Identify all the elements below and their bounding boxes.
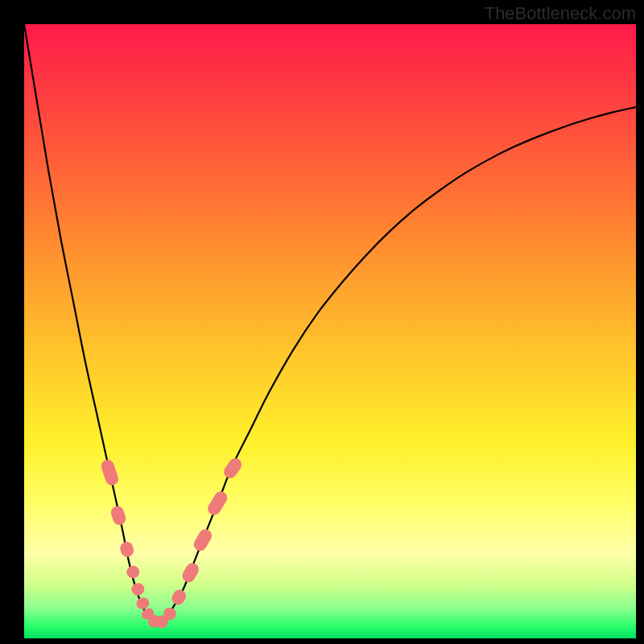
curve-marker <box>130 582 146 597</box>
curve-marker <box>180 561 201 585</box>
curve-marker <box>205 489 229 518</box>
chart-frame: TheBottleneck.com <box>0 0 644 644</box>
curve-marker <box>100 458 120 487</box>
plot-area <box>24 24 636 638</box>
curve-marker <box>118 540 135 559</box>
curve-marker <box>192 527 214 554</box>
curve-marker <box>135 597 150 610</box>
watermark-text: TheBottleneck.com <box>485 3 636 24</box>
curve-marker <box>221 456 244 481</box>
chart-svg <box>24 24 636 638</box>
bottleneck-curve <box>24 24 636 623</box>
curve-marker <box>126 564 141 580</box>
curve-marker <box>109 505 128 526</box>
marker-group <box>100 456 245 630</box>
curve-marker <box>169 588 188 608</box>
